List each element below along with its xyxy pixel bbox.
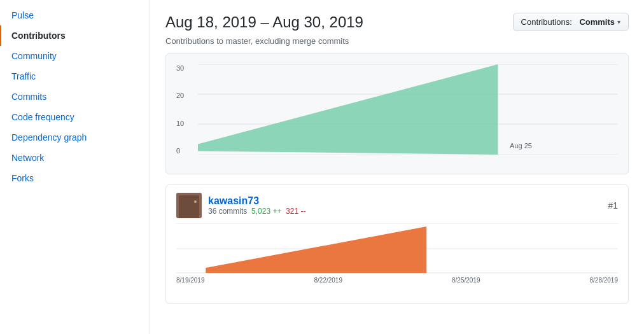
sidebar-item-forks[interactable]: Forks: [0, 168, 150, 188]
mini-x-label-1: 8/22/2019: [314, 277, 343, 284]
sidebar-item-traffic[interactable]: Traffic: [0, 66, 150, 87]
chevron-down-icon: ▾: [617, 18, 620, 25]
sidebar-item-pulse[interactable]: Pulse: [0, 5, 150, 25]
contributor-card: kawasin73 36 commits 5,023 ++ 321 -- #1: [165, 184, 629, 304]
contributions-dropdown-button[interactable]: Contributions: Commits ▾: [513, 13, 629, 31]
sidebar-item-network[interactable]: Network: [0, 148, 150, 168]
contributor-name[interactable]: kawasin73: [208, 195, 259, 206]
mini-x-label-2: 8/25/2019: [452, 277, 480, 284]
chart-area: Aug 25: [198, 64, 618, 155]
y-axis-labels: 30 20 10 0: [176, 64, 184, 155]
contributions-label: Contributions:: [521, 17, 572, 27]
contributor-avatar: [176, 193, 202, 218]
y-label-20: 20: [176, 92, 184, 99]
svg-marker-4: [198, 64, 498, 155]
mini-x-label-3: 8/28/2019: [590, 277, 619, 284]
mini-x-labels: 8/19/2019 8/22/2019 8/25/2019 8/28/2019: [176, 275, 618, 285]
y-label-0: 0: [176, 147, 184, 155]
mini-chart-svg: [176, 223, 618, 274]
contributor-stats: 36 commits 5,023 ++ 321 --: [208, 207, 608, 216]
contributions-type: Commits: [579, 17, 615, 27]
main-chart-svg: [198, 64, 618, 155]
sidebar-item-contributors[interactable]: Contributors: [0, 25, 150, 46]
sidebar-item-commits[interactable]: Commits: [0, 87, 150, 107]
chart-subtitle: Contributions to master, excluding merge…: [165, 36, 629, 46]
y-label-10: 10: [176, 120, 184, 127]
sidebar-item-code-frequency[interactable]: Code frequency: [0, 107, 150, 127]
commits-count: 36 commits: [208, 207, 247, 216]
contributor-header: kawasin73 36 commits 5,023 ++ 321 -- #1: [176, 193, 618, 218]
page-header: Aug 18, 2019 – Aug 30, 2019 Contribution…: [165, 13, 629, 31]
main-content: Aug 18, 2019 – Aug 30, 2019 Contribution…: [150, 0, 644, 334]
y-label-30: 30: [176, 64, 184, 72]
additions-count: 5,023 ++: [251, 207, 281, 216]
sidebar: Pulse Contributors Community Traffic Com…: [0, 0, 150, 334]
date-range: Aug 18, 2019 – Aug 30, 2019: [165, 13, 363, 31]
sidebar-item-dependency-graph[interactable]: Dependency graph: [0, 127, 150, 148]
contributor-info: kawasin73 36 commits 5,023 ++ 321 --: [208, 195, 608, 216]
contributor-rank: #1: [608, 200, 618, 211]
sidebar-item-community[interactable]: Community: [0, 46, 150, 66]
deletions-count: 321 --: [286, 207, 305, 216]
mini-x-label-0: 8/19/2019: [176, 277, 205, 284]
svg-marker-8: [206, 226, 426, 273]
x-label-aug25: Aug 25: [510, 142, 532, 150]
mini-chart: 8/19/2019 8/22/2019 8/25/2019 8/28/2019: [176, 223, 618, 293]
main-chart: 30 20 10 0 Aug 25: [165, 53, 629, 174]
